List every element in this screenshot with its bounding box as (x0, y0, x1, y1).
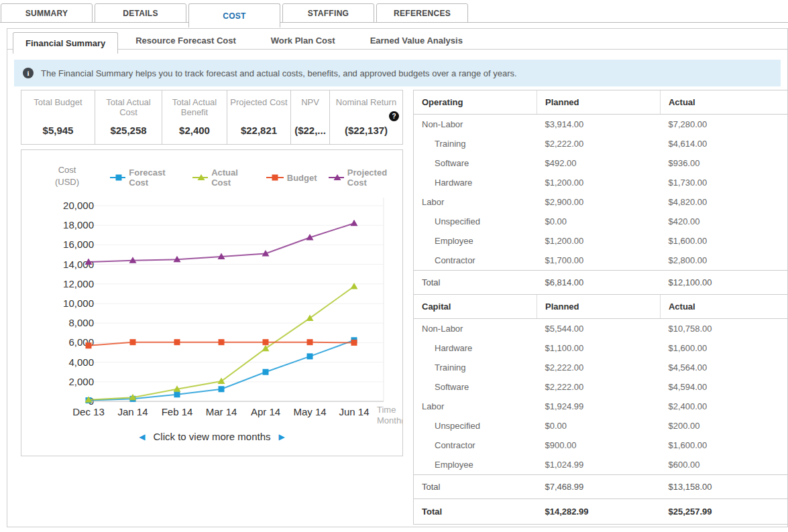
table-row: Employee$1,024.99$600.00 (414, 455, 788, 475)
total-label: Total (414, 271, 537, 295)
sub-tab-strip: Financial SummaryResource Forecast CostW… (7, 29, 787, 54)
row-label: Labor (414, 397, 537, 416)
svg-text:Time: Time (377, 405, 396, 415)
svg-text:10,000: 10,000 (63, 297, 94, 309)
table-row: Contractor$900.00$1,600.00 (414, 436, 788, 455)
svg-text:Month(s): Month(s) (377, 415, 402, 425)
row-actual: $2,800.00 (660, 251, 787, 271)
stat-value: $25,258 (110, 125, 146, 136)
financial-table: OperatingPlannedActualNon-Labor$3,914.00… (413, 90, 787, 525)
column-header-planned: Planned (537, 90, 660, 115)
row-planned: $3,914.00 (537, 115, 660, 135)
row-planned: $0.00 (537, 212, 660, 231)
stat-value: ($22,... (294, 125, 326, 136)
total-actual: $13,158.00 (660, 475, 787, 499)
stat-label: Projected Cost (230, 97, 287, 107)
footer-link-row: View Financial Summary (413, 525, 787, 532)
table-row: Training$2,222.00$4,564.00 (414, 358, 788, 377)
subtab-financial-summary[interactable]: Financial Summary (13, 32, 118, 54)
row-label: Employee (414, 231, 537, 251)
summary-stats: Total Budget$5,945Total Actual Cost$25,2… (21, 90, 403, 145)
tab-cost[interactable]: COST (188, 3, 280, 27)
row-actual: $2,400.00 (660, 397, 787, 416)
grand-total-label: Total (414, 499, 537, 525)
column-header-actual: Actual (660, 90, 787, 115)
row-planned: $2,222.00 (537, 358, 660, 377)
row-planned: $5,544.00 (537, 319, 660, 339)
row-actual: $10,758.00 (660, 319, 787, 339)
total-planned: $6,814.00 (537, 271, 660, 295)
section-header-operating: OperatingPlannedActual (414, 90, 788, 115)
row-label: Software (414, 377, 537, 397)
total-planned: $7,468.99 (537, 475, 660, 499)
row-planned: $2,222.00 (537, 377, 660, 397)
stat-value: $22,821 (241, 125, 277, 136)
tab-staffing[interactable]: STAFFING (282, 3, 374, 23)
table-row: Software$2,222.00$4,594.00 (414, 377, 788, 397)
section-total-capital: Total$7,468.99$13,158.00 (414, 475, 788, 499)
subtab-work-plan-cost[interactable]: Work Plan Cost (254, 32, 353, 49)
next-months-button[interactable]: ▶ (279, 432, 285, 442)
grand-total-actual: $25,257.99 (660, 499, 787, 525)
table-row: Labor$2,900.00$4,820.00 (414, 192, 788, 212)
column-header-category: Operating (414, 90, 537, 115)
svg-text:16,000: 16,000 (63, 239, 94, 250)
row-actual: $4,564.00 (660, 358, 787, 377)
table-row: Hardware$1,100.00$1,600.00 (414, 338, 788, 358)
table-row: Unspecified$0.00$200.00 (414, 416, 788, 436)
svg-text:20,000: 20,000 (63, 200, 94, 211)
table-row: Unspecified$0.00$420.00 (414, 212, 788, 231)
tab-summary[interactable]: SUMMARY (1, 3, 93, 23)
stat-value: ($22,137) (345, 125, 388, 136)
row-planned: $1,024.99 (537, 455, 660, 475)
table-row: Training$2,222.00$4,614.00 (414, 134, 788, 153)
chart-panel: Cost (USD) Forecast Cost Actual Cost Bud… (21, 149, 403, 456)
prev-months-button[interactable]: ◀ (139, 432, 145, 442)
stat-npv: NPV($22,... (290, 90, 329, 144)
row-label: Training (414, 134, 537, 153)
grand-total-row: Total$14,282.99$25,257.99 (414, 499, 788, 525)
row-planned: $1,200.00 (537, 231, 660, 251)
svg-text:Jun 14: Jun 14 (339, 406, 369, 417)
table-row: Software$492.00$936.00 (414, 153, 788, 173)
info-icon: i (23, 68, 34, 78)
table-row: Non-Labor$5,544.00$10,758.00 (414, 319, 788, 339)
row-label: Unspecified (414, 212, 537, 231)
subtab-resource-forecast-cost[interactable]: Resource Forecast Cost (118, 32, 254, 49)
total-actual: $12,100.00 (660, 271, 787, 295)
svg-text:Apr 14: Apr 14 (251, 406, 280, 417)
financial-table-body: OperatingPlannedActualNon-Labor$3,914.00… (414, 90, 788, 525)
row-planned: $492.00 (537, 153, 660, 173)
tab-references[interactable]: REFERENCES (376, 3, 468, 23)
stat-projected-cost: Projected Cost$22,821 (227, 90, 290, 144)
column-header-actual: Actual (660, 295, 787, 319)
row-label: Software (414, 153, 537, 173)
tab-details[interactable]: DETAILS (95, 3, 186, 23)
row-label: Employee (414, 455, 537, 475)
table-row: Labor$1,924.99$2,400.00 (414, 397, 788, 416)
help-icon[interactable]: ? (389, 111, 399, 121)
stat-label: NPV (301, 97, 319, 107)
svg-text:Jan 14: Jan 14 (117, 406, 148, 417)
stat-total-actual-cost: Total Actual Cost$25,258 (95, 90, 162, 144)
cost-chart: 02,0004,0006,0008,00010,00012,00014,0001… (21, 150, 402, 456)
row-planned: $900.00 (537, 436, 660, 455)
row-label: Non-Labor (414, 319, 537, 339)
row-actual: $200.00 (660, 416, 787, 436)
svg-text:8,000: 8,000 (68, 317, 94, 328)
row-planned: $2,222.00 (537, 134, 660, 153)
row-planned: $1,700.00 (537, 251, 660, 271)
row-label: Hardware (414, 173, 537, 192)
row-actual: $4,594.00 (660, 377, 787, 397)
table-row: Employee$1,200.00$1,600.00 (414, 231, 788, 251)
stat-value: $5,945 (43, 125, 74, 136)
row-planned: $1,200.00 (537, 173, 660, 192)
row-label: Contractor (414, 436, 537, 455)
stat-label: Nominal Return (336, 97, 396, 107)
section-total-operating: Total$6,814.00$12,100.00 (414, 271, 788, 295)
table-row: Non-Labor$3,914.00$7,280.00 (414, 115, 788, 135)
stat-value: $2,400 (179, 125, 210, 136)
section-header-capital: CapitalPlannedActual (414, 295, 788, 319)
subtab-earned-value-analysis[interactable]: Earned Value Analysis (353, 32, 480, 49)
svg-text:Dec 13: Dec 13 (72, 406, 105, 417)
